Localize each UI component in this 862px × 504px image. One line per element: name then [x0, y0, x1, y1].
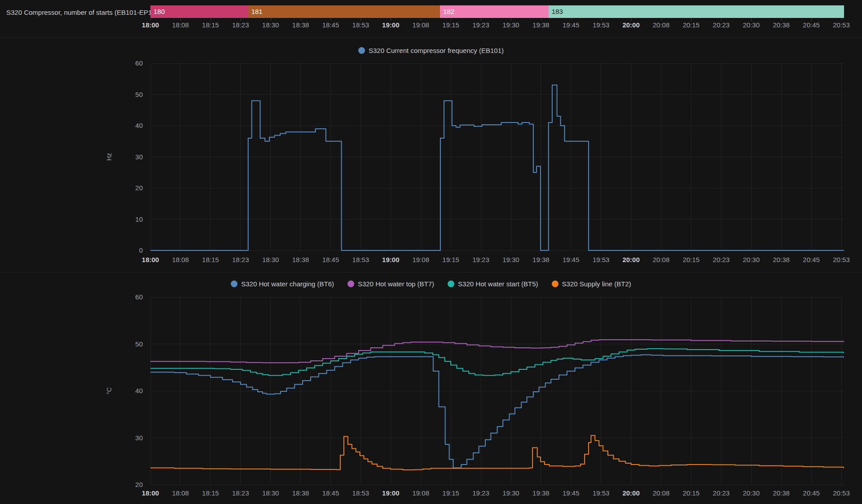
axis-tick: [601, 18, 602, 21]
timeline-segment-label: 182: [440, 5, 549, 18]
timeline-segment-183[interactable]: 183: [549, 5, 844, 18]
x-tick-label: 19:30: [502, 256, 519, 263]
x-tick-label: 19:23: [472, 489, 489, 497]
x-tick-label: 18:45: [322, 489, 339, 497]
x-tick-label: 19:53: [593, 21, 610, 29]
x-tick-label: 18:08: [172, 256, 189, 263]
timeline-segment-180[interactable]: 180: [150, 5, 248, 18]
x-tick-label: 20:53: [833, 489, 850, 497]
axis-tick: [691, 18, 691, 21]
axis-tick: [781, 18, 782, 21]
x-tick-label: 19:23: [472, 21, 489, 29]
x-tick-label: 18:30: [262, 489, 279, 497]
x-tick-label: 18:53: [352, 256, 369, 263]
y-tick-label: 30: [135, 153, 143, 161]
timeline-segment-181[interactable]: 181: [248, 5, 440, 18]
axis-tick: [811, 18, 812, 21]
x-tick-label: 20:23: [713, 489, 730, 497]
x-tick-label: 18:00: [142, 256, 159, 263]
x-tick-label: 18:23: [232, 489, 249, 497]
x-tick-label: 20:23: [713, 21, 730, 29]
x-tick-label: 19:15: [442, 256, 459, 263]
x-tick-label: 20:15: [683, 256, 700, 263]
x-tick-label: 19:45: [563, 256, 580, 263]
compressor-starts-panel: S320 Compressor, number of starts (EB101…: [0, 0, 862, 38]
x-tick-label: 20:15: [683, 21, 700, 29]
compressor-frequency-panel: S320 Current compressor frequency (EB101…: [0, 38, 862, 272]
x-tick-label: 18:15: [202, 489, 219, 497]
x-tick-label: 20:45: [803, 21, 820, 29]
axis-tick: [631, 18, 632, 21]
axis-tick: [361, 18, 361, 21]
x-tick-label: 20:38: [773, 489, 790, 497]
x-tick-label: 18:30: [262, 256, 279, 263]
y-axis-unit: Hz: [106, 153, 113, 161]
x-tick-label: 20:00: [622, 21, 639, 29]
x-tick-label: 20:45: [803, 489, 820, 497]
x-tick-label: 19:08: [412, 256, 429, 263]
x-tick-label: 18:53: [352, 21, 369, 29]
x-tick-label: 19:23: [472, 256, 489, 263]
axis-tick: [271, 18, 271, 21]
x-tick-label: 20:08: [653, 21, 670, 29]
timeline-segment-label: 183: [549, 5, 844, 18]
x-tick-label: 20:08: [653, 489, 670, 497]
axis-tick: [211, 18, 211, 21]
x-tick-label: 19:15: [442, 21, 459, 29]
state-timeline-bar: 180181182183: [0, 5, 862, 18]
x-tick-label: 19:00: [382, 256, 399, 263]
series-line: [150, 349, 844, 376]
timeline-segment-label: 181: [248, 5, 440, 18]
series-line: [150, 85, 844, 250]
x-tick-label: 18:15: [202, 21, 219, 29]
x-tick-label: 18:45: [322, 21, 339, 29]
axis-tick: [541, 18, 541, 21]
x-tick-label: 20:30: [743, 21, 760, 29]
axis-tick: [451, 18, 451, 21]
y-tick-label: 20: [135, 481, 143, 488]
y-axis-unit: °C: [106, 387, 113, 394]
x-tick-label: 18:23: [232, 256, 249, 263]
grid-lines: [150, 297, 844, 485]
x-tick-label: 19:38: [532, 489, 550, 497]
x-tick-label: 20:15: [683, 489, 700, 497]
x-tick-label: 18:53: [352, 489, 369, 497]
y-tick-label: 10: [135, 215, 143, 223]
x-tick-label: 20:08: [653, 256, 670, 263]
x-tick-label: 18:38: [292, 21, 309, 29]
x-tick-label: 20:53: [833, 21, 850, 29]
x-tick-label: 20:53: [833, 256, 850, 263]
x-tick-label: 18:08: [172, 489, 189, 497]
timeline-segment-182[interactable]: 182: [440, 5, 549, 18]
x-tick-label: 18:15: [202, 256, 219, 263]
x-tick-label: 18:38: [292, 256, 309, 263]
x-tick-label: 20:23: [713, 256, 730, 263]
x-tick-label: 20:38: [773, 256, 790, 263]
axis-tick: [511, 18, 511, 21]
y-tick-label: 40: [135, 387, 143, 394]
x-tick-label: 20:00: [622, 489, 639, 497]
x-tick-label: 19:00: [382, 21, 399, 29]
x-tick-label: 19:45: [563, 21, 580, 29]
axis-tick: [241, 18, 241, 21]
x-tick-label: 20:45: [803, 256, 820, 263]
axis-tick: [330, 18, 331, 21]
x-tick-label: 19:08: [412, 21, 429, 29]
x-tick-label: 19:30: [502, 21, 519, 29]
x-tick-label: 19:00: [382, 489, 399, 497]
x-tick-label: 18:00: [142, 489, 159, 497]
x-tick-label: 20:30: [743, 489, 760, 497]
y-tick-label: 50: [135, 91, 143, 98]
axis-tick: [421, 18, 421, 21]
x-tick-label: 19:38: [532, 256, 550, 263]
x-tick-label: 18:30: [262, 21, 279, 29]
axis-tick: [301, 18, 301, 21]
x-tick-label: 20:00: [622, 256, 639, 263]
axis-tick: [721, 18, 721, 21]
temperature-chart-canvas[interactable]: 2030405060°C18:0018:0818:1518:2318:3018:…: [0, 272, 862, 504]
axis-tick: [180, 18, 181, 21]
x-tick-label: 18:00: [142, 21, 159, 29]
x-tick-label: 19:15: [442, 489, 459, 497]
x-tick-label: 18:45: [322, 256, 339, 263]
frequency-chart-canvas[interactable]: 0102030405060Hz18:0018:0818:1518:2318:30…: [0, 38, 862, 272]
